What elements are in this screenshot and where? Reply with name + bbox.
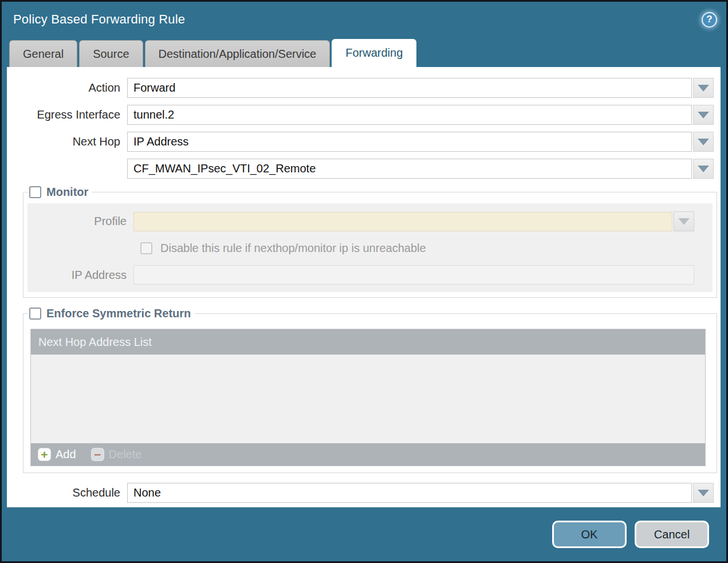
monitor-ip-address-input: [133, 265, 694, 285]
chevron-down-icon: [698, 85, 709, 92]
tab-source[interactable]: Source: [79, 40, 143, 67]
delete-button: − Delete: [91, 448, 142, 461]
help-icon[interactable]: ?: [702, 12, 717, 27]
disable-rule-checkbox: [140, 242, 152, 254]
monitor-checkbox[interactable]: [29, 186, 41, 198]
profile-dropdown-button: [674, 211, 694, 231]
monitor-ip-address-row: IP Address: [27, 265, 713, 285]
delete-button-label: Delete: [109, 448, 142, 461]
dialog-titlebar: Policy Based Forwarding Rule ?: [2, 2, 726, 37]
next-hop-address-list-body[interactable]: [31, 355, 705, 443]
schedule-input[interactable]: [127, 483, 692, 503]
schedule-row: Schedule: [7, 483, 721, 503]
monitor-ip-address-label: IP Address: [27, 269, 133, 282]
disable-rule-row: Disable this rule if nexthop/monitor ip …: [27, 236, 713, 261]
disable-rule-label: Disable this rule if nexthop/monitor ip …: [160, 242, 426, 255]
next-hop-type-input[interactable]: [127, 132, 692, 152]
tab-destination-application-service[interactable]: Destination/Application/Service: [145, 40, 330, 67]
monitor-group: Monitor Profile Disable this rule if nex…: [23, 186, 717, 298]
profile-row: Profile: [27, 211, 713, 231]
chevron-down-icon: [698, 112, 709, 119]
schedule-dropdown-button[interactable]: [693, 483, 714, 503]
tab-bar: General Source Destination/Application/S…: [2, 37, 726, 67]
chevron-down-icon: [698, 139, 709, 145]
monitor-legend-label: Monitor: [46, 186, 88, 199]
add-button[interactable]: + Add: [38, 448, 76, 461]
schedule-label: Schedule: [7, 486, 127, 499]
action-row: Action: [7, 78, 721, 98]
egress-interface-label: Egress Interface: [7, 108, 127, 121]
next-hop-address-table: Next Hop Address List + Add − Delete: [30, 329, 706, 466]
next-hop-address-list-header: Next Hop Address List: [31, 329, 705, 355]
next-hop-row: Next Hop: [7, 132, 721, 152]
action-input[interactable]: [127, 78, 692, 98]
symmetric-return-group: Enforce Symmetric Return Next Hop Addres…: [23, 307, 717, 473]
monitor-group-body: Profile Disable this rule if nexthop/mon…: [27, 203, 713, 292]
tab-general[interactable]: General: [9, 40, 77, 67]
ok-button[interactable]: OK: [552, 521, 627, 548]
chevron-down-icon: [698, 166, 709, 172]
next-hop-address-list-toolbar: + Add − Delete: [31, 443, 705, 466]
next-hop-label: Next Hop: [7, 135, 127, 148]
cancel-button[interactable]: Cancel: [635, 521, 709, 548]
chevron-down-icon: [678, 218, 690, 225]
add-button-label: Add: [56, 448, 76, 461]
symmetric-return-legend: Enforce Symmetric Return: [28, 307, 195, 320]
pbf-rule-dialog: Policy Based Forwarding Rule ? General S…: [0, 0, 728, 563]
delete-icon: −: [91, 448, 104, 461]
tab-forwarding[interactable]: Forwarding: [332, 39, 416, 67]
chevron-down-icon: [698, 490, 709, 497]
egress-interface-dropdown-button[interactable]: [693, 105, 714, 125]
tab-content-forwarding: Action Egress Interface Next Hop: [7, 67, 721, 507]
next-hop-address-input[interactable]: [127, 159, 692, 179]
symmetric-return-checkbox[interactable]: [29, 308, 41, 320]
action-dropdown-button[interactable]: [693, 78, 714, 98]
action-label: Action: [7, 81, 127, 95]
dialog-footer: OK Cancel: [2, 507, 726, 561]
egress-interface-row: Egress Interface: [7, 105, 721, 125]
profile-label: Profile: [27, 215, 133, 228]
add-icon: +: [38, 448, 51, 461]
egress-interface-input[interactable]: [127, 105, 692, 125]
dialog-title: Policy Based Forwarding Rule: [13, 12, 185, 27]
profile-input: [133, 212, 672, 231]
monitor-legend: Monitor: [28, 186, 92, 199]
next-hop-address-row: [7, 159, 721, 179]
symmetric-return-legend-label: Enforce Symmetric Return: [46, 307, 191, 320]
next-hop-address-dropdown-button[interactable]: [693, 159, 714, 179]
next-hop-type-dropdown-button[interactable]: [693, 132, 714, 152]
